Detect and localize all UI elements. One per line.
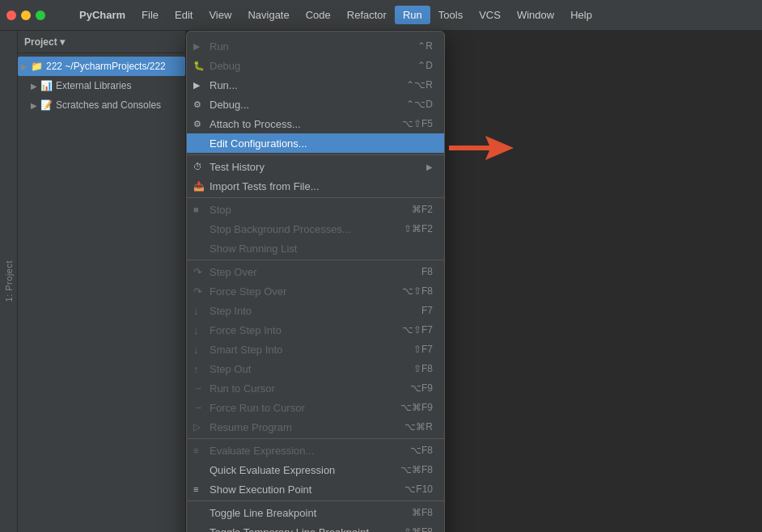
scratches-icon: 📝 <box>40 99 53 111</box>
menu-item-show-execution[interactable]: ≡ Show Execution Point ⌥F10 <box>187 479 444 499</box>
menu-item-quick-evaluate[interactable]: Quick Evaluate Expression ⌥⌘F8 <box>187 460 444 479</box>
folder-icon: 📁 <box>31 61 43 72</box>
resume-icon: ▷ <box>193 421 201 433</box>
library-icon: 📊 <box>40 80 53 91</box>
menu-vcs[interactable]: VCS <box>471 6 509 24</box>
menu-item-resume[interactable]: ▷ Resume Program ⌥⌘R <box>187 417 444 437</box>
test-history-icon: ⏱ <box>193 162 202 171</box>
app-name-menu[interactable]: PyCharm <box>71 6 133 24</box>
menu-item-toggle-breakpoint[interactable]: Toggle Line Breakpoint ⌘F8 <box>187 503 444 522</box>
sidebar: 1: Project Project ▾ ▶ 📁 222 ~/PycharmPr… <box>0 31 186 532</box>
menu-item-import-tests[interactable]: 📥 Import Tests from File... <box>187 176 444 196</box>
test-history-arrow: ▶ <box>426 163 433 171</box>
menubar: PyCharm File Edit View Navigate Code Ref… <box>55 0 600 30</box>
red-arrow-indicator <box>449 136 514 163</box>
menu-refactor[interactable]: Refactor <box>339 6 395 24</box>
step-out-icon: ↑ <box>193 363 199 375</box>
run-dots-icon: ▶ <box>193 80 200 91</box>
menu-item-step-into[interactable]: ↓ Step Into F7 <box>187 301 444 320</box>
menu-run[interactable]: Run <box>395 6 430 24</box>
apple-menu[interactable] <box>55 12 71 19</box>
stop-icon: ■ <box>193 205 199 214</box>
tree-item-scratches[interactable]: ▶ 📝 Scratches and Consoles <box>18 95 185 115</box>
menu-item-test-history[interactable]: ⏱ Test History ▶ <box>187 157 444 176</box>
menu-help[interactable]: Help <box>562 6 600 24</box>
menu-item-evaluate[interactable]: ≡ Evaluate Expression... ⌥F8 <box>187 441 444 460</box>
menu-section-breakpoints: Toggle Line Breakpoint ⌘F8 Toggle Tempor… <box>187 500 444 532</box>
menu-item-attach[interactable]: ⚙ Attach to Process... ⌥⇧F5 <box>187 114 444 133</box>
import-tests-icon: 📥 <box>193 181 205 192</box>
menu-item-force-step-into[interactable]: ↓ Force Step Into ⌥⇧F7 <box>187 320 444 340</box>
show-exec-icon: ≡ <box>193 484 198 494</box>
content-area: ▶ Run ⌃R 🐛 Debug ⌃D ▶ Run... ⌃⌥R ⚙ Debug… <box>186 31 762 532</box>
menu-item-stop[interactable]: ■ Stop ⌘F2 <box>187 200 444 219</box>
run-to-cursor-icon: → <box>193 382 203 394</box>
menu-tools[interactable]: Tools <box>430 6 471 24</box>
menu-section-stop: ■ Stop ⌘F2 Stop Background Processes... … <box>187 197 444 260</box>
menu-file[interactable]: File <box>133 6 167 24</box>
maximize-button[interactable] <box>36 11 45 20</box>
attach-icon: ⚙ <box>193 119 201 129</box>
menu-item-toggle-temp-breakpoint[interactable]: Toggle Temporary Line Breakpoint ⇧⌘F8 <box>187 522 444 532</box>
titlebar: PyCharm File Edit View Navigate Code Ref… <box>0 0 762 31</box>
force-step-into-icon: ↓ <box>193 324 199 336</box>
project-tree: ▶ 📁 222 ~/PycharmProjects/222 ▶ 📊 Extern… <box>18 53 185 115</box>
menu-item-stop-bg[interactable]: Stop Background Processes... ⇧⌘F2 <box>187 219 444 239</box>
minimize-button[interactable] <box>21 11 31 20</box>
menu-code[interactable]: Code <box>298 6 339 24</box>
project-header-label: Project ▾ <box>24 36 65 48</box>
sidebar-tab-label: 1: Project <box>4 260 14 302</box>
step-over-icon: ↷ <box>193 266 202 278</box>
menu-item-force-run-to-cursor[interactable]: → Force Run to Cursor ⌥⌘F9 <box>187 398 444 417</box>
sidebar-header: Project ▾ <box>18 31 185 53</box>
run-icon: ▶ <box>193 41 200 52</box>
debug-dots-icon: ⚙ <box>193 99 201 110</box>
external-libs-label: External Libraries <box>56 80 131 91</box>
menu-section-evaluate: ≡ Evaluate Expression... ⌥F8 Quick Evalu… <box>187 438 444 500</box>
menu-section-run: ▶ Run ⌃R 🐛 Debug ⌃D ▶ Run... ⌃⌥R ⚙ Debug… <box>187 35 444 154</box>
debug-icon: 🐛 <box>193 61 205 71</box>
menu-navigate[interactable]: Navigate <box>239 6 297 24</box>
menu-item-run[interactable]: ▶ Run ⌃R <box>187 36 444 56</box>
menu-item-step-over[interactable]: ↷ Step Over F8 <box>187 262 444 281</box>
menu-edit[interactable]: Edit <box>167 6 201 24</box>
menu-item-run-dots[interactable]: ▶ Run... ⌃⌥R <box>187 75 444 95</box>
scratches-label: Scratches and Consoles <box>56 99 161 111</box>
project-folder-label: 222 ~/PycharmProjects/222 <box>46 61 166 72</box>
tree-item-external-libs[interactable]: ▶ 📊 External Libraries <box>18 76 185 95</box>
menu-item-show-running[interactable]: Show Running List <box>187 239 444 258</box>
menu-item-debug-dots[interactable]: ⚙ Debug... ⌃⌥D <box>187 95 444 114</box>
menu-item-smart-step-into[interactable]: ↓ Smart Step Into ⇧F7 <box>187 340 444 359</box>
menu-item-edit-configs[interactable]: Edit Configurations... <box>187 133 444 153</box>
traffic-lights <box>6 11 45 20</box>
menu-section-step: ↷ Step Over F8 ↷ Force Step Over ⌥⇧F8 ↓ … <box>187 260 444 438</box>
expand-icon-scratches: ▶ <box>31 101 37 110</box>
evaluate-icon: ≡ <box>193 445 198 455</box>
smart-step-into-icon: ↓ <box>193 344 199 356</box>
menu-item-step-out[interactable]: ↑ Step Out ⇧F8 <box>187 359 444 378</box>
close-button[interactable] <box>6 11 16 20</box>
force-run-cursor-icon: → <box>193 402 203 413</box>
menu-item-debug[interactable]: 🐛 Debug ⌃D <box>187 56 444 75</box>
menu-section-test: ⏱ Test History ▶ 📥 Import Tests from Fil… <box>187 154 444 197</box>
svg-marker-0 <box>449 136 514 160</box>
menu-view[interactable]: View <box>201 6 239 24</box>
menu-window[interactable]: Window <box>509 6 562 24</box>
step-into-icon: ↓ <box>193 305 199 317</box>
menu-item-run-to-cursor[interactable]: → Run to Cursor ⌥F9 <box>187 378 444 398</box>
sidebar-vertical-tab[interactable]: 1: Project <box>0 31 18 532</box>
main-layout: 1: Project Project ▾ ▶ 📁 222 ~/PycharmPr… <box>0 31 762 532</box>
tree-item-project[interactable]: ▶ 📁 222 ~/PycharmProjects/222 <box>18 57 185 76</box>
run-dropdown-menu: ▶ Run ⌃R 🐛 Debug ⌃D ▶ Run... ⌃⌥R ⚙ Debug… <box>186 31 445 532</box>
expand-icon-libs: ▶ <box>31 82 37 91</box>
menu-item-force-step-over[interactable]: ↷ Force Step Over ⌥⇧F8 <box>187 281 444 301</box>
expand-icon: ▶ <box>21 62 28 71</box>
force-step-over-icon: ↷ <box>193 285 202 298</box>
